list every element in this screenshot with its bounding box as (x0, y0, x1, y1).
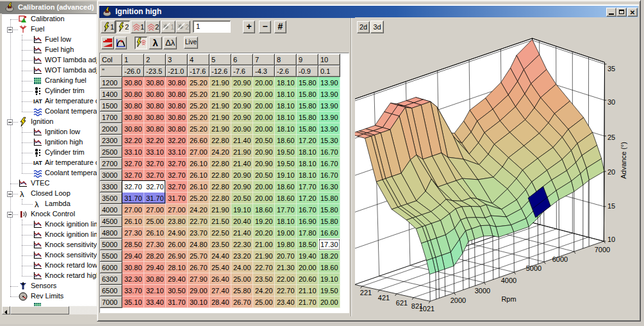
svg-text:3000: 3000 (475, 287, 490, 295)
svg-text:Rpm: Rpm (501, 295, 516, 303)
svg-text:IAT: IAT (33, 160, 42, 166)
svg-text:25: 25 (607, 133, 615, 141)
svg-text:30: 30 (607, 98, 615, 106)
svg-text:Advance (°): Advance (°) (620, 142, 627, 179)
svg-text:15: 15 (607, 202, 615, 210)
svg-text:2000: 2000 (450, 296, 466, 304)
svg-text:4000: 4000 (501, 277, 516, 284)
svg-text:6000: 6000 (552, 255, 568, 263)
svg-text:5000: 5000 (526, 264, 541, 272)
svg-text:35: 35 (607, 65, 615, 73)
svg-text:1021: 1021 (419, 305, 434, 313)
svg-text:IAT: IAT (33, 98, 42, 105)
svg-text:20: 20 (607, 168, 615, 176)
svg-text:421: 421 (378, 294, 390, 302)
svg-text:221: 221 (360, 289, 372, 296)
svg-text:10: 10 (607, 236, 615, 243)
svg-text:λ: λ (20, 189, 24, 199)
svg-text:λ: λ (35, 200, 39, 209)
svg-text:7000: 7000 (595, 246, 610, 253)
svg-text:621: 621 (396, 299, 408, 307)
